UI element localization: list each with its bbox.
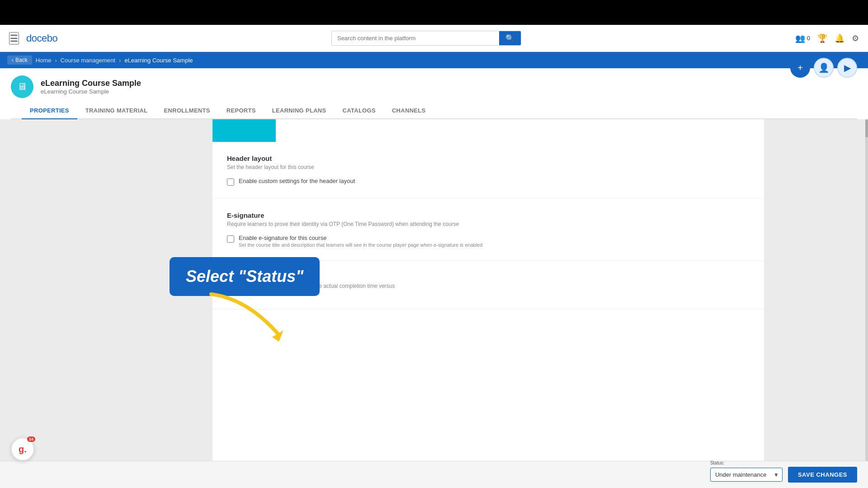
course-header-inner: 🖥 eLearning Course Sample eLearning Cour…: [11, 75, 857, 98]
tab-learning-plans[interactable]: LEARNING PLANS: [264, 103, 335, 119]
search-input-wrap: 🔍: [331, 31, 521, 46]
search-input[interactable]: [332, 31, 499, 45]
back-button[interactable]: ‹ Back: [7, 56, 32, 65]
breadcrumb-sep-2: ›: [119, 57, 121, 64]
e-signature-checkbox-sub: Set the course title and description tha…: [239, 242, 482, 248]
fab-person-button[interactable]: 👤: [814, 58, 834, 78]
course-subtitle: eLearning Course Sample: [41, 88, 141, 95]
tab-channels[interactable]: CHANNELS: [384, 103, 434, 119]
section-e-signature-desc: Require learners to prove their identity…: [227, 221, 750, 227]
breadcrumb-bar: ‹ Back Home › Course management › eLearn…: [0, 52, 868, 68]
header-layout-checkbox[interactable]: [227, 178, 234, 186]
header-layout-checkbox-row: Enable custom settings for the header la…: [227, 178, 750, 186]
trophy-icon: 🏆: [817, 33, 827, 43]
header-layout-checkbox-label: Enable custom settings for the header la…: [239, 178, 355, 184]
e-signature-checkbox-label: Enable e-signature for this course: [239, 235, 482, 241]
users-icon-button[interactable]: 👥 0: [795, 33, 810, 43]
course-titles: eLearning Course Sample eLearning Course…: [41, 79, 141, 95]
user-count: 0: [807, 35, 810, 42]
logo-text: docebo: [26, 33, 57, 44]
section-e-signature: E-signature Require learners to prove th…: [212, 199, 764, 261]
status-select-wrap: Status: Under maintenance Published Unpu…: [710, 468, 783, 482]
gear-icon: ⚙: [852, 33, 859, 43]
fab-add-button[interactable]: +: [790, 58, 810, 78]
tab-training-material[interactable]: TRAINING MATERIAL: [77, 103, 156, 119]
course-icon: 🖥: [11, 75, 33, 98]
back-label: Back: [15, 57, 28, 63]
bottom-bar: Status: Under maintenance Published Unpu…: [0, 461, 868, 488]
users-icon: 👥: [795, 33, 805, 43]
breadcrumb-current: eLearning Course Sample: [124, 57, 193, 64]
right-sidebar: [764, 119, 868, 469]
breadcrumb-home[interactable]: Home: [36, 57, 52, 64]
arrow-svg: [202, 290, 292, 344]
plus-icon: +: [797, 63, 803, 73]
header-layout-checkbox-label-wrap: Enable custom settings for the header la…: [239, 178, 355, 184]
fab-play-button[interactable]: ▶: [837, 58, 857, 78]
content-area: Header layout Set the header layout for …: [0, 119, 868, 469]
hamburger-menu[interactable]: ☰: [9, 32, 19, 45]
status-select[interactable]: Under maintenance Published Unpublished: [710, 468, 783, 482]
section-e-signature-title: E-signature: [227, 211, 750, 219]
status-label: Status:: [710, 460, 724, 465]
search-button[interactable]: 🔍: [499, 31, 521, 45]
color-preview: [212, 119, 764, 142]
tab-reports[interactable]: REPORTS: [218, 103, 264, 119]
course-header: 🖥 eLearning Course Sample eLearning Cour…: [0, 68, 868, 119]
play-icon: ▶: [844, 62, 851, 73]
tab-catalogs[interactable]: CATALOGS: [335, 103, 384, 119]
course-title: eLearning Course Sample: [41, 79, 141, 88]
bell-icon-button[interactable]: 🔔: [835, 33, 844, 43]
breadcrumb-course-management[interactable]: Course management: [61, 57, 115, 64]
tab-properties[interactable]: PROPERTIES: [22, 103, 77, 119]
g-badge-label: g.: [19, 444, 27, 455]
gear-icon-button[interactable]: ⚙: [852, 33, 859, 43]
breadcrumb-sep-1: ›: [55, 57, 57, 64]
e-signature-checkbox-row: Enable e-signature for this course Set t…: [227, 235, 750, 248]
course-icon-glyph: 🖥: [17, 81, 27, 93]
trophy-icon-button[interactable]: 🏆: [817, 33, 827, 43]
section-header-layout-desc: Set the header layout for this course: [227, 164, 750, 170]
top-black-bar: [0, 0, 868, 25]
g-badge[interactable]: g. 24: [11, 437, 34, 461]
save-changes-button[interactable]: SAVE CHANGES: [788, 467, 857, 483]
scrollbar-thumb[interactable]: [865, 119, 868, 137]
header-right: 👥 0 🏆 🔔 ⚙: [795, 33, 859, 43]
section-header-layout: Header layout Set the header layout for …: [212, 142, 764, 199]
scrollbar-track[interactable]: [865, 119, 868, 469]
main-header: ☰ docebo 🔍 👥 0 🏆 🔔 ⚙: [0, 25, 868, 52]
bell-icon: 🔔: [835, 33, 844, 43]
logo: docebo: [26, 33, 57, 44]
person-icon: 👤: [818, 62, 830, 73]
tabs: PROPERTIES TRAINING MATERIAL ENROLLMENTS…: [11, 103, 857, 119]
tooltip-arrow: [202, 290, 292, 346]
tab-enrollments[interactable]: ENROLLMENTS: [156, 103, 218, 119]
back-chevron-icon: ‹: [12, 57, 14, 63]
e-signature-checkbox-label-wrap: Enable e-signature for this course Set t…: [239, 235, 482, 248]
g-badge-count: 24: [27, 436, 35, 442]
section-header-layout-title: Header layout: [227, 155, 750, 162]
fab-area: + 👤 ▶: [790, 58, 857, 78]
search-bar: 🔍: [85, 31, 768, 46]
overlay-tooltip: Select "Status": [170, 257, 320, 296]
color-block: [212, 119, 276, 142]
e-signature-checkbox[interactable]: [227, 235, 234, 243]
